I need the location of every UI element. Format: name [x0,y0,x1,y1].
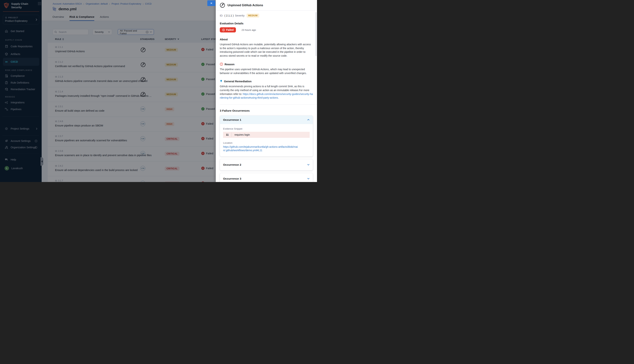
close-drawer-button[interactable]: ✕ [207,0,215,6]
chevron-down-icon [307,178,310,180]
evaluation-time: 23 hours ago [241,28,256,31]
occurrence-2-card: Occurrence 2 [220,159,313,170]
occurrence-1-header[interactable]: Occurrence 1 [220,116,313,124]
chevron-up-icon [307,119,310,120]
occurrence-3-header[interactable]: Occurrence 3 [220,173,313,182]
evidence-snippet-label: Evidence Snippet [223,128,310,130]
evidence-line-number: 11 [223,133,231,136]
occurrence-3-card: Occurrence 3 [220,173,313,182]
evaluation-details-heading: Evaluation Details [220,22,313,25]
about-text: Unpinned GitHub Actions are mutable, pot… [220,42,313,58]
drawer-title: Unpinned GitHub Actions [227,4,263,7]
lightbulb-icon [220,80,222,83]
evidence-snippet-row: 11 requires login [223,132,310,138]
occurrence-2-header[interactable]: Occurrence 2 [220,159,313,170]
evidence-text: requires login [234,133,250,136]
remediation-heading: General Remediation [220,80,313,83]
remediation-text: GitHub recommends pinning actions to a f… [220,84,313,100]
about-heading: About [220,38,313,41]
reason-text: The pipeline uses unpinned GitHub Action… [220,68,313,75]
severity-badge: MEDIUM [246,14,259,18]
owasp-icon [220,2,225,8]
location-link[interactable]: https://github.com/tejakummarikuntla/gh-… [223,145,300,152]
chevron-down-icon [307,164,310,166]
rule-detail-drawer: Unpinned GitHub Actions ID: ( 2.1.1 ) Se… [216,0,317,182]
drawer-scrollbar[interactable] [315,12,316,56]
modal-overlay[interactable] [0,0,216,182]
close-icon: ✕ [210,2,213,5]
alert-circle-icon [220,62,223,66]
occurrence-1-card: Occurrence 1 Evidence Snippet 11 require… [220,116,313,156]
section-divider [220,104,317,105]
rule-id-row: ID: ( 2.1.1 ) Severity MEDIUM [220,14,313,18]
failed-status-pill: Failed [220,27,236,32]
reason-heading: Reason [220,62,313,66]
location-label: Location [223,142,310,144]
app-window: Supply ChainSecurity PROJECT Product Exp… [0,0,317,182]
occurrences-heading: 3 Failure Occurrences [220,109,313,112]
drawer-header: Unpinned GitHub Actions [216,0,317,11]
